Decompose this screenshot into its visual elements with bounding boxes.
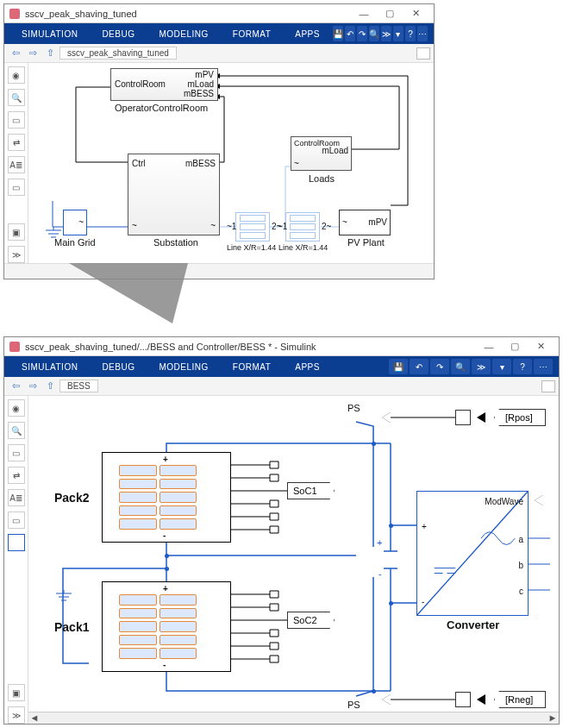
window-title: sscv_peak_shaving_tuned bbox=[25, 9, 351, 19]
browser-icon[interactable]: ◉ bbox=[8, 66, 25, 84]
navbar: ⇦ ⇨ ⇧ sscv_peak_shaving_tuned bbox=[4, 44, 434, 63]
horizontal-scrollbar[interactable]: ◄ ► bbox=[28, 712, 559, 724]
back-icon[interactable]: ⇦ bbox=[8, 46, 23, 61]
forward-icon[interactable]: ⇨ bbox=[25, 379, 41, 394]
browser-icon[interactable]: ◉ bbox=[8, 399, 25, 417]
view-toggle-icon[interactable] bbox=[541, 380, 555, 392]
block-line1[interactable] bbox=[235, 212, 270, 242]
scroll-left-icon[interactable]: ◄ bbox=[28, 712, 41, 724]
block-pv-plant[interactable]: ~ mPV bbox=[339, 210, 391, 235]
tab-apps[interactable]: APPS bbox=[283, 23, 332, 44]
fit-icon[interactable]: ▭ bbox=[8, 111, 25, 129]
toolstrip: SIMULATION DEBUG MODELING FORMAT APPS 💾 … bbox=[4, 356, 559, 377]
overflow-icon[interactable]: ⋯ bbox=[417, 26, 428, 41]
tab-modeling[interactable]: MODELING bbox=[147, 356, 220, 377]
tab-simulation[interactable]: SIMULATION bbox=[9, 356, 90, 377]
annotation-icon[interactable]: A≣ bbox=[8, 156, 25, 173]
library-icon[interactable]: ⇄ bbox=[8, 467, 25, 484]
fit-icon[interactable]: ▭ bbox=[8, 444, 25, 461]
forward-icon[interactable]: ⇨ bbox=[25, 46, 41, 61]
back-icon[interactable]: ⇦ bbox=[8, 379, 23, 394]
tab-format[interactable]: FORMAT bbox=[221, 23, 283, 44]
canvas-top[interactable]: ControlRoom mPV mLoad mBESS OperatorCont… bbox=[28, 63, 434, 263]
help-icon[interactable]: ? bbox=[405, 26, 416, 41]
arrow-left-icon bbox=[477, 412, 485, 423]
tag-soc1[interactable]: SoC1 bbox=[287, 482, 335, 499]
port-t1: ~ bbox=[132, 221, 137, 230]
scroll-right-icon[interactable]: ► bbox=[547, 712, 559, 724]
zoom-icon[interactable]: 🔍 bbox=[8, 89, 25, 106]
tag-rpos[interactable]: [Rpos] bbox=[494, 409, 546, 426]
port-plus: + bbox=[163, 584, 168, 593]
help-icon[interactable]: ? bbox=[513, 359, 532, 374]
annotation-icon[interactable]: A≣ bbox=[8, 489, 25, 506]
minimize-button[interactable]: — bbox=[351, 9, 377, 19]
block-relay-pos[interactable] bbox=[455, 410, 471, 425]
collapse-icon[interactable]: ≫ bbox=[8, 706, 25, 724]
view-toggle-icon[interactable] bbox=[416, 47, 430, 60]
block-operator-control-room[interactable]: ControlRoom mPV mLoad mBESS bbox=[110, 68, 218, 101]
tag-soc2[interactable]: SoC2 bbox=[287, 612, 335, 629]
redo-icon[interactable]: ↷ bbox=[430, 359, 449, 374]
search-icon[interactable]: 🔍 bbox=[369, 26, 379, 41]
minimize-button[interactable]: — bbox=[476, 342, 502, 352]
search-icon[interactable]: 🔍 bbox=[451, 359, 470, 374]
viewmark-icon[interactable]: ▭ bbox=[8, 179, 25, 196]
node-icon bbox=[165, 567, 169, 571]
label-rpos: [Rpos] bbox=[505, 412, 533, 423]
up-icon[interactable]: ⇧ bbox=[42, 46, 58, 61]
tab-debug[interactable]: DEBUG bbox=[90, 356, 147, 377]
more-icon[interactable]: ▾ bbox=[393, 26, 403, 41]
tab-simulation[interactable]: SIMULATION bbox=[9, 23, 90, 44]
simulink-window-bottom: sscv_peak_shaving_tuned/.../BESS and Con… bbox=[3, 336, 560, 725]
save-icon[interactable]: 💾 bbox=[333, 26, 343, 41]
tab-format[interactable]: FORMAT bbox=[221, 356, 283, 377]
save-icon[interactable]: 💾 bbox=[389, 359, 408, 374]
redo-icon[interactable]: ↷ bbox=[357, 26, 367, 41]
zoom-icon[interactable]: 🔍 bbox=[8, 422, 25, 439]
collapse-icon[interactable]: ≫ bbox=[8, 246, 25, 263]
close-button[interactable]: ✕ bbox=[528, 341, 554, 352]
breadcrumb[interactable]: sscv_peak_shaving_tuned bbox=[59, 47, 177, 60]
block-converter[interactable]: ModWave + - a b c bbox=[416, 491, 529, 616]
label-soc1: SoC1 bbox=[293, 486, 317, 496]
library-icon[interactable]: ⇄ bbox=[8, 134, 25, 151]
block-loads[interactable]: ControlRoom mLoad ~ bbox=[291, 136, 352, 171]
block-line2[interactable] bbox=[285, 212, 320, 242]
tab-modeling[interactable]: MODELING bbox=[147, 23, 220, 44]
up-icon[interactable]: ⇧ bbox=[42, 379, 58, 394]
port-tilde: ~ bbox=[294, 159, 299, 168]
canvas-bottom[interactable]: + - Pack2 + - Pack1 SoC1 SoC2 [Rpos] [Rn… bbox=[28, 396, 559, 724]
close-button[interactable]: ✕ bbox=[403, 8, 429, 19]
node-icon bbox=[372, 689, 376, 693]
block-relay-neg[interactable] bbox=[455, 692, 471, 707]
record-icon[interactable]: ▣ bbox=[8, 684, 25, 701]
fastfwd-icon[interactable]: ≫ bbox=[472, 359, 491, 374]
label-line2: Line X/R=1.44 bbox=[278, 243, 328, 252]
port-mg: ~ bbox=[78, 217, 84, 227]
selected-tool-icon[interactable] bbox=[8, 534, 25, 551]
breadcrumb[interactable]: BESS bbox=[59, 380, 98, 392]
battery-cells-icon bbox=[119, 594, 197, 659]
tag-rneg[interactable]: [Rneg] bbox=[494, 691, 546, 708]
tab-apps[interactable]: APPS bbox=[283, 356, 332, 377]
app-icon bbox=[9, 342, 20, 352]
fastfwd-icon[interactable]: ≫ bbox=[381, 26, 391, 41]
maximize-button[interactable]: ▢ bbox=[377, 8, 403, 19]
simulink-window-top: sscv_peak_shaving_tuned — ▢ ✕ SIMULATION… bbox=[3, 3, 435, 279]
block-main-grid[interactable]: ~ bbox=[63, 210, 87, 235]
undo-icon[interactable]: ↶ bbox=[410, 359, 429, 374]
undo-icon[interactable]: ↶ bbox=[345, 26, 355, 41]
port-plus: + bbox=[163, 455, 168, 464]
arrow-left-icon bbox=[382, 412, 391, 423]
port-mload2: mLoad bbox=[322, 146, 348, 155]
port-minus: - bbox=[163, 530, 166, 540]
maximize-button[interactable]: ▢ bbox=[502, 341, 528, 352]
block-substation[interactable]: Ctrl mBESS ~ ~ bbox=[128, 154, 220, 235]
record-icon[interactable]: ▣ bbox=[8, 223, 25, 241]
overflow-icon[interactable]: ⋯ bbox=[534, 359, 553, 374]
tab-debug[interactable]: DEBUG bbox=[90, 23, 147, 44]
image-icon[interactable]: ▭ bbox=[8, 511, 25, 529]
more-icon[interactable]: ▾ bbox=[492, 359, 511, 374]
port-mbess2: mBESS bbox=[185, 159, 216, 168]
